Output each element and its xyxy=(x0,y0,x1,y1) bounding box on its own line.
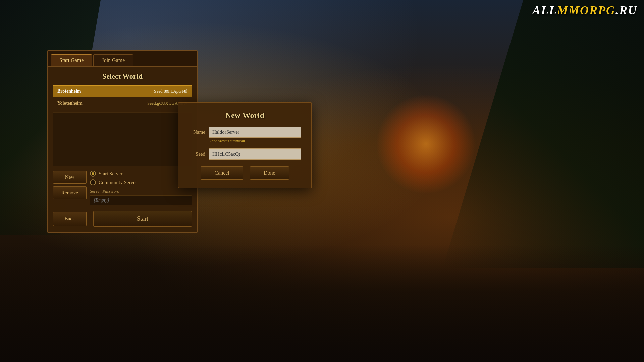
world-name-brotenheim: Brotenheim xyxy=(57,88,81,94)
watermark-rpg: .RU xyxy=(615,4,637,17)
start-server-label: Start Server xyxy=(99,171,122,177)
modal-title: New World xyxy=(189,111,301,120)
seed-input[interactable] xyxy=(209,148,301,160)
seed-form-row: Seed xyxy=(189,148,301,160)
ground xyxy=(0,245,644,362)
name-label: Name xyxy=(189,127,205,135)
bottom-row: Back Start xyxy=(53,211,192,227)
remove-button[interactable]: Remove xyxy=(53,186,87,199)
server-password-label: Server Password xyxy=(90,189,192,194)
radio-circle-community-server xyxy=(90,179,96,185)
left-buttons: New Remove xyxy=(53,171,87,199)
tab-join-game[interactable]: Join Game xyxy=(93,54,133,66)
select-world-title: Select World xyxy=(53,72,192,81)
watermark: ALLMMORPG.RU xyxy=(532,3,637,17)
start-button[interactable]: Start xyxy=(93,211,192,227)
community-server-label: Community Server xyxy=(99,180,137,185)
server-radio-group: Start Server Community Server xyxy=(90,171,192,185)
done-button[interactable]: Done xyxy=(250,166,289,180)
name-field-col: 5 characters minimum xyxy=(209,127,301,144)
game-panel: Start Game Join Game Select World Broten… xyxy=(47,50,198,233)
new-world-modal: New World Name 5 characters minimum Seed… xyxy=(178,102,312,188)
panel-body: Select World Brotenheim Seed:80FLApGF8l … xyxy=(48,66,197,232)
world-name-yolotenheim: Yolotenheim xyxy=(57,101,83,106)
world-item-brotenheim[interactable]: Brotenheim Seed:80FLApGF8l xyxy=(53,85,192,97)
watermark-mmo: MMORPG xyxy=(557,4,615,17)
radio-start-server[interactable]: Start Server xyxy=(90,171,192,177)
world-list-empty-area xyxy=(53,112,192,166)
radio-circle-start-server xyxy=(90,171,96,177)
action-buttons-row: New Remove Start Server Community Server… xyxy=(53,171,192,205)
new-button[interactable]: New xyxy=(53,171,87,184)
world-item-yolotenheim[interactable]: Yolotenheim Seed:gCUXwwApmW xyxy=(53,98,192,109)
name-input[interactable] xyxy=(209,127,301,138)
watermark-all: ALL xyxy=(532,4,557,17)
tabs-container: Start Game Join Game xyxy=(48,51,197,66)
fire-glow xyxy=(376,94,476,194)
modal-buttons: Cancel Done xyxy=(189,166,301,180)
world-list: Brotenheim Seed:80FLApGF8l Yolotenheim S… xyxy=(53,85,192,109)
back-button[interactable]: Back xyxy=(53,212,87,226)
cancel-button[interactable]: Cancel xyxy=(201,166,243,180)
world-seed-brotenheim: Seed:80FLApGF8l xyxy=(154,88,187,94)
server-password-input[interactable] xyxy=(90,195,192,205)
seed-field-col xyxy=(209,148,301,160)
server-options: Start Server Community Server Server Pas… xyxy=(90,171,192,205)
seed-label: Seed xyxy=(189,148,205,157)
radio-community-server[interactable]: Community Server xyxy=(90,179,192,185)
tab-start-game[interactable]: Start Game xyxy=(51,54,92,66)
name-form-row: Name 5 characters minimum xyxy=(189,127,301,144)
name-hint: 5 characters minimum xyxy=(209,139,301,144)
